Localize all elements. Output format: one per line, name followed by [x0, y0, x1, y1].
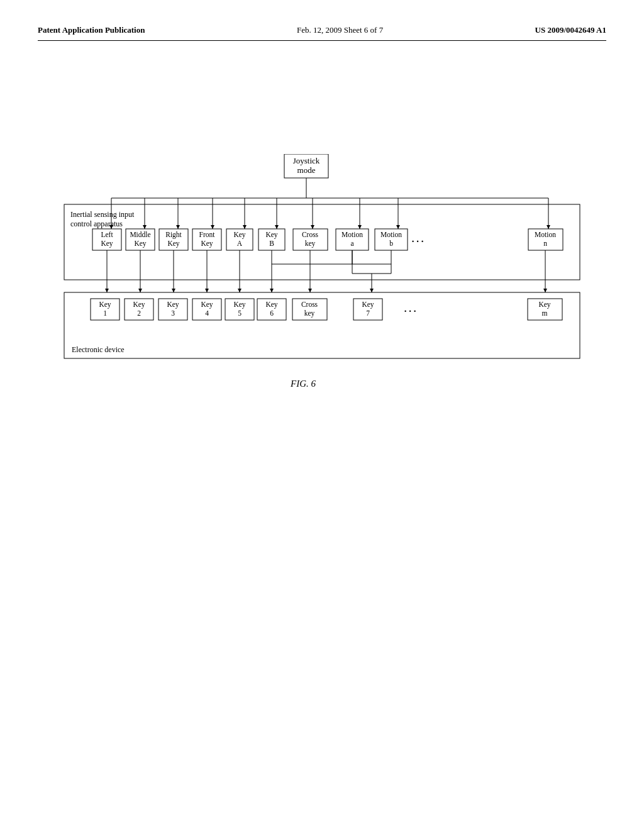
svg-text:Right: Right [165, 231, 182, 239]
diagram-svg: Joystick mode Inertial sensing input con… [52, 154, 592, 443]
svg-text:Key: Key [362, 301, 374, 309]
svg-text:A: A [237, 240, 243, 247]
svg-text:4: 4 [205, 309, 209, 317]
svg-text:3: 3 [171, 309, 175, 317]
page: Patent Application Publication Feb. 12, … [0, 0, 644, 830]
diagram-container: Joystick mode Inertial sensing input con… [38, 154, 606, 443]
svg-text:Key: Key [265, 231, 277, 239]
svg-marker-74 [308, 289, 312, 292]
svg-text:Key: Key [101, 240, 113, 248]
svg-marker-81 [370, 289, 374, 292]
svg-text:. . .: . . . [412, 234, 424, 244]
svg-text:Front: Front [199, 231, 216, 238]
header-right: US 2009/0042649 A1 [535, 25, 606, 35]
svg-text:n: n [543, 240, 547, 247]
svg-marker-62 [138, 289, 142, 292]
svg-text:7: 7 [366, 309, 370, 317]
svg-marker-83 [543, 289, 547, 292]
svg-text:5: 5 [238, 309, 242, 317]
svg-text:Joystick: Joystick [293, 156, 320, 165]
page-header: Patent Application Publication Feb. 12, … [38, 25, 606, 41]
svg-marker-60 [105, 289, 109, 292]
svg-text:Key: Key [201, 240, 213, 248]
svg-text:control apparatus: control apparatus [70, 219, 123, 228]
svg-text:key: key [304, 309, 315, 318]
svg-text:Inertial sensing input: Inertial sensing input [70, 210, 135, 219]
svg-text:b: b [389, 240, 393, 247]
svg-text:Key: Key [201, 301, 213, 309]
svg-text:Motion: Motion [380, 231, 402, 238]
svg-text:Cross: Cross [302, 231, 319, 238]
svg-marker-64 [172, 289, 175, 292]
svg-text:Cross: Cross [301, 301, 318, 308]
header-left: Patent Application Publication [38, 25, 145, 35]
svg-text:2: 2 [137, 309, 141, 317]
svg-text:1: 1 [103, 309, 107, 317]
header-center: Feb. 12, 2009 Sheet 6 of 7 [297, 25, 383, 35]
svg-text:FIG. 6: FIG. 6 [290, 379, 316, 389]
svg-marker-68 [238, 289, 242, 292]
svg-text:Middle: Middle [130, 231, 150, 238]
svg-text:Key: Key [99, 301, 111, 309]
svg-text:Key: Key [538, 301, 550, 309]
svg-text:Left: Left [101, 231, 113, 238]
svg-marker-66 [205, 289, 209, 292]
svg-text:Key: Key [133, 301, 145, 309]
svg-text:Key: Key [167, 240, 179, 248]
svg-text:a: a [350, 240, 353, 247]
svg-text:Key: Key [233, 231, 245, 239]
svg-text:Key: Key [167, 301, 179, 309]
svg-text:Electronic device: Electronic device [72, 345, 125, 354]
svg-text:Motion: Motion [341, 231, 363, 238]
svg-text:Motion: Motion [535, 231, 556, 238]
svg-marker-70 [270, 289, 274, 292]
svg-text:B: B [269, 240, 274, 247]
svg-text:Key: Key [265, 301, 277, 309]
svg-text:. . .: . . . [404, 304, 416, 314]
svg-text:Key: Key [134, 240, 146, 248]
svg-text:Key: Key [233, 301, 245, 309]
svg-text:6: 6 [270, 309, 274, 317]
svg-text:mode: mode [297, 165, 316, 175]
svg-text:m: m [542, 309, 548, 317]
svg-text:key: key [305, 240, 316, 248]
